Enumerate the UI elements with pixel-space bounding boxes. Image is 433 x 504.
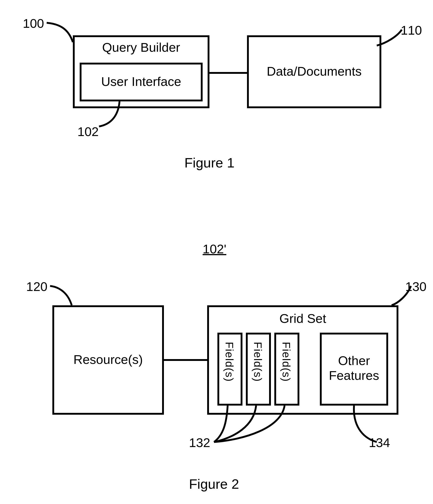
ref-120-leader xyxy=(49,285,74,308)
ref-102-label: 102 xyxy=(78,124,99,139)
fig2-title-ref: 102' xyxy=(203,242,226,256)
ref-100-label: 100 xyxy=(23,16,44,31)
other-features-line2: Features xyxy=(320,368,388,383)
data-documents-label: Data/Documents xyxy=(247,64,381,79)
other-features-line1: Other xyxy=(320,353,388,368)
field-label-2: Field(s) xyxy=(251,342,264,382)
ref-132-leaders xyxy=(214,405,291,447)
ref-120-label: 120 xyxy=(26,279,47,294)
grid-set-title: Grid Set xyxy=(207,311,398,326)
figure2-caption: Figure 2 xyxy=(180,476,248,492)
fig1-connector xyxy=(209,72,248,74)
figure1-caption: Figure 1 xyxy=(175,155,243,171)
ref-132-label: 132 xyxy=(189,435,210,450)
field-label-3: Field(s) xyxy=(280,342,293,382)
ref-100-leader xyxy=(45,22,75,45)
ref-110-leader xyxy=(377,30,404,48)
fig2-connector xyxy=(164,359,207,361)
resources-label: Resource(s) xyxy=(52,352,164,367)
ref-102-leader xyxy=(98,101,128,129)
ref-130-leader xyxy=(391,286,413,308)
page: 100 Query Builder User Interface 102 Dat… xyxy=(0,0,433,504)
user-interface-label: User Interface xyxy=(80,74,203,89)
field-label-1: Field(s) xyxy=(223,342,236,382)
ref-134-leader xyxy=(352,405,379,444)
query-builder-title: Query Builder xyxy=(73,40,209,55)
